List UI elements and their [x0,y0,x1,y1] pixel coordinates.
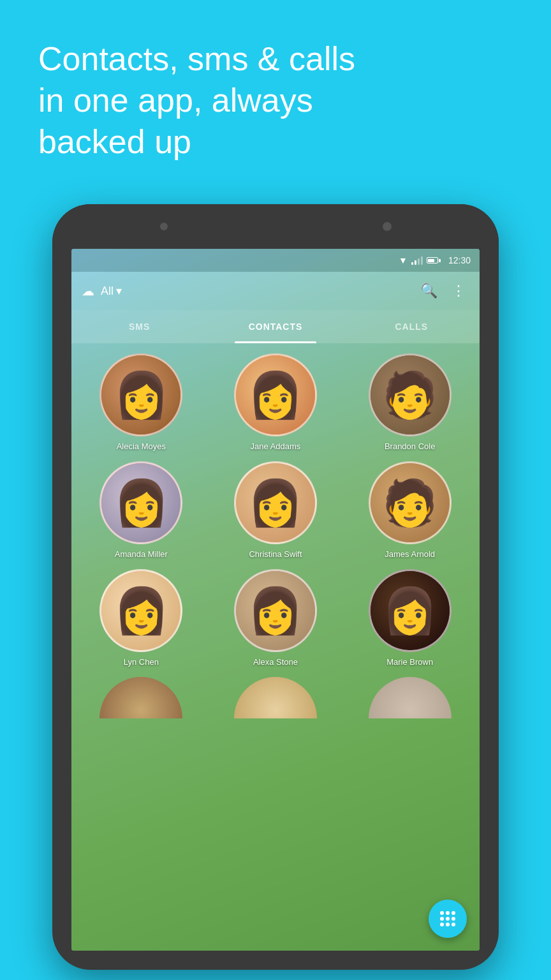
dot-9 [452,923,455,926]
filter-dropdown[interactable]: All ▾ [101,284,122,298]
contact-item-james-arnold[interactable]: 🧑 James Arnold [348,461,472,559]
avatar-partial-2 [234,677,317,718]
filter-label: All [101,285,114,298]
signal-bar-3 [418,258,420,265]
status-bar: ▼ 12:30 [71,249,480,272]
dropdown-arrow: ▾ [116,284,122,298]
avatar-marie-brown: 👩 [369,569,452,652]
contact-item-partial-3[interactable] [348,677,472,718]
avatar-lyn-chen: 👩 [99,569,182,652]
phone-screen: ▼ 12:30 ☁ [71,249,480,951]
contact-name-jane-addams: Jane Addams [251,442,301,451]
contact-name-brandon-cole: Brandon Cole [385,442,436,451]
more-options-button[interactable]: ⋮ [448,279,469,303]
contact-item-alecia-moyes[interactable]: 👩 Alecia Moyes [79,353,203,451]
contact-name-james-arnold: James Arnold [385,549,435,559]
fab-button[interactable] [429,900,467,938]
tab-contacts[interactable]: CONTACTS [207,310,343,343]
wifi-icon: ▼ [399,255,408,265]
dot-1 [440,911,444,915]
battery-icon [427,257,441,264]
avatar-james-arnold: 🧑 [369,461,452,544]
signal-bar-4 [421,256,423,265]
contact-item-alexa-stone[interactable]: 👩 Alexa Stone [214,569,338,667]
dot-5 [446,917,450,921]
battery-tip [439,259,441,262]
app-tagline: Contacts, sms & calls in one app, always… [38,38,355,163]
avatar-partial-1 [99,677,182,718]
avatar-alecia-moyes: 👩 [99,353,182,436]
dot-6 [452,917,455,921]
contact-name-alecia-moyes: Alecia Moyes [117,442,166,451]
battery-body [427,257,438,264]
signal-bar-1 [411,262,413,265]
dot-4 [440,917,444,921]
avatar-christina-swift: 👩 [234,461,317,544]
fab-grid-icon [440,911,455,926]
app-bar: ☁ All ▾ 🔍 ⋮ [71,272,480,310]
phone-device: ▼ 12:30 ☁ [52,204,499,970]
contact-item-jane-addams[interactable]: 👩 Jane Addams [214,353,338,451]
phone-speaker [160,223,168,230]
contact-name-lyn-chen: Lyn Chen [124,657,159,667]
avatar-alexa-stone: 👩 [234,569,317,652]
tab-calls[interactable]: CALLS [344,310,480,343]
contact-item-christina-swift[interactable]: 👩 Christina Swift [214,461,338,559]
contacts-grid: 👩 Alecia Moyes 👩 Jane Addams 🧑 Brandon C… [71,343,480,677]
contact-name-marie-brown: Marie Brown [386,657,433,667]
status-time: 12:30 [448,255,471,265]
phone-camera [383,222,392,231]
contact-item-partial-1[interactable] [79,677,203,718]
tab-sms[interactable]: SMS [71,310,207,343]
contact-item-amanda-miller[interactable]: 👩 Amanda Miller [79,461,203,559]
dot-3 [452,911,455,915]
tab-bar: SMS CONTACTS CALLS [71,310,480,343]
battery-fill [428,259,434,262]
dot-7 [440,923,444,926]
avatar-brandon-cole: 🧑 [369,353,452,436]
partial-contacts-row [71,677,480,718]
contact-item-brandon-cole[interactable]: 🧑 Brandon Cole [348,353,472,451]
contact-item-lyn-chen[interactable]: 👩 Lyn Chen [79,569,203,667]
contact-name-amanda-miller: Amanda Miller [115,549,168,559]
signal-bar-2 [415,260,416,265]
cloud-icon: ☁ [82,283,94,299]
phone-top-bar [52,204,499,249]
search-button[interactable]: 🔍 [416,279,441,303]
contact-item-marie-brown[interactable]: 👩 Marie Brown [348,569,472,667]
dot-8 [446,923,450,926]
contact-name-alexa-stone: Alexa Stone [253,657,298,667]
contact-item-partial-2[interactable] [214,677,338,718]
avatar-amanda-miller: 👩 [99,461,182,544]
avatar-partial-3 [369,677,452,718]
status-icons: ▼ 12:30 [399,255,471,265]
dot-2 [446,911,450,915]
signal-bars [411,256,423,265]
avatar-jane-addams: 👩 [234,353,317,436]
contact-name-christina-swift: Christina Swift [249,549,302,559]
